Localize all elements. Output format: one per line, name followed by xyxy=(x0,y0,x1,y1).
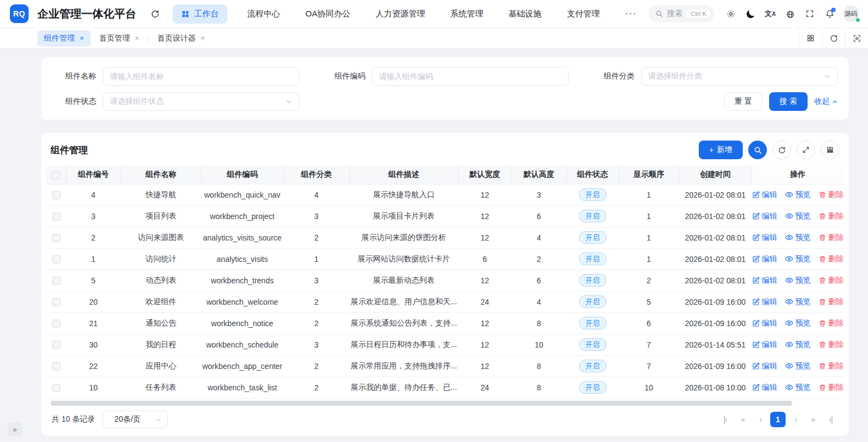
edit-button[interactable]: 编辑 xyxy=(752,361,777,371)
scrollbar-thumb[interactable] xyxy=(51,401,792,406)
row-checkbox[interactable] xyxy=(52,212,60,221)
component-code-input[interactable] xyxy=(372,67,569,86)
cell-id: 21 xyxy=(66,312,121,334)
prev-page-button[interactable]: ‹ xyxy=(753,412,768,427)
cell-height: 6 xyxy=(511,205,566,227)
fullscreen-icon[interactable] xyxy=(801,5,819,23)
select-all-checkbox[interactable] xyxy=(52,171,60,180)
delete-button[interactable]: 删除 xyxy=(819,318,844,328)
dark-mode-icon[interactable] xyxy=(742,5,759,23)
delete-button[interactable]: 删除 xyxy=(819,340,844,350)
delete-button[interactable]: 删除 xyxy=(819,211,844,221)
back-5-pages-button[interactable]: « xyxy=(735,412,750,427)
delete-button[interactable]: 删除 xyxy=(819,383,844,393)
add-button[interactable]: + 新增 xyxy=(699,141,743,159)
gear-icon[interactable] xyxy=(722,5,739,23)
last-page-button[interactable]: ›| xyxy=(823,412,838,427)
close-icon[interactable]: × xyxy=(80,34,84,42)
refresh-icon[interactable] xyxy=(822,28,845,48)
close-icon[interactable]: × xyxy=(135,34,140,42)
tab-component-management[interactable]: 组件管理× xyxy=(37,30,91,47)
edit-icon xyxy=(752,320,760,327)
nav-more-button[interactable]: ··· xyxy=(620,4,643,23)
status-badge: 开启 xyxy=(579,274,607,287)
edit-button[interactable]: 编辑 xyxy=(752,340,777,350)
nav-item-workbench[interactable]: 工作台 xyxy=(173,4,227,24)
close-icon[interactable]: × xyxy=(201,34,205,42)
nav-item-payment[interactable]: 支付管理 xyxy=(561,4,605,24)
nav-item-hr[interactable]: 人力资源管理 xyxy=(370,4,431,24)
edit-button[interactable]: 编辑 xyxy=(752,383,777,393)
preview-button[interactable]: 预览 xyxy=(785,340,811,350)
tab-home-management[interactable]: 首页管理× xyxy=(93,30,146,47)
contract-icon[interactable] xyxy=(845,28,868,48)
table-columns-button[interactable] xyxy=(821,141,839,159)
delete-button[interactable]: 删除 xyxy=(819,276,844,286)
reset-button[interactable]: 重 置 xyxy=(724,92,763,111)
edit-button[interactable]: 编辑 xyxy=(752,190,777,200)
tab-home-designer[interactable]: 首页设计器× xyxy=(151,30,212,47)
cell-category: 2 xyxy=(283,227,349,248)
edit-button[interactable]: 编辑 xyxy=(752,276,777,286)
page-size-select[interactable]: 20条/页 xyxy=(103,411,168,428)
app-logo[interactable]: RQ xyxy=(10,4,29,23)
row-checkbox[interactable] xyxy=(52,362,60,371)
next-page-button[interactable]: › xyxy=(788,412,803,427)
preview-button[interactable]: 预览 xyxy=(785,233,811,243)
forward-5-pages-button[interactable]: » xyxy=(805,412,821,427)
row-checkbox[interactable] xyxy=(52,298,60,306)
component-name-input[interactable] xyxy=(103,67,299,86)
nav-item-infra[interactable]: 基础设施 xyxy=(503,4,547,24)
nav-item-system[interactable]: 系统管理 xyxy=(445,4,489,24)
table-expand-button[interactable] xyxy=(797,141,815,159)
row-checkbox[interactable] xyxy=(52,320,60,328)
reload-icon[interactable] xyxy=(146,5,164,23)
collapse-filter-link[interactable]: 收起 xyxy=(814,97,838,107)
globe-icon[interactable] xyxy=(781,5,799,23)
preview-button[interactable]: 预览 xyxy=(785,297,811,307)
preview-button[interactable]: 预览 xyxy=(785,318,811,328)
preview-button[interactable]: 预览 xyxy=(785,190,811,200)
nav-item-process-center[interactable]: 流程中心 xyxy=(242,4,286,24)
cell-code: workbench_app_center xyxy=(201,355,283,377)
edit-button[interactable]: 编辑 xyxy=(752,233,777,243)
preview-button[interactable]: 预览 xyxy=(785,276,811,286)
current-page[interactable]: 1 xyxy=(770,412,786,427)
global-search[interactable]: 搜索 Ctrl K xyxy=(649,5,714,23)
translate-icon[interactable]: 文A xyxy=(761,5,779,23)
cell-created: 2026-01-14 05:51 xyxy=(679,334,752,355)
delete-button[interactable]: 删除 xyxy=(819,233,844,243)
sidebar-expand-button[interactable]: » xyxy=(8,422,22,437)
row-checkbox[interactable] xyxy=(52,191,60,199)
row-checkbox[interactable] xyxy=(52,234,60,242)
row-checkbox[interactable] xyxy=(52,277,60,285)
edit-button[interactable]: 编辑 xyxy=(752,254,777,264)
delete-button[interactable]: 删除 xyxy=(819,361,844,371)
delete-button[interactable]: 删除 xyxy=(819,297,844,307)
delete-button[interactable]: 删除 xyxy=(819,254,844,264)
edit-button[interactable]: 编辑 xyxy=(752,318,777,328)
component-category-select[interactable]: 请选择组件分类 xyxy=(641,67,838,86)
component-status-select[interactable]: 请选择组件状态 xyxy=(103,92,299,111)
user-avatar[interactable]: 源码 xyxy=(843,5,859,22)
preview-button[interactable]: 预览 xyxy=(785,211,811,221)
table-search-button[interactable] xyxy=(748,141,767,159)
edit-button[interactable]: 编辑 xyxy=(752,297,777,307)
first-page-button[interactable]: |‹ xyxy=(717,412,733,427)
edit-button[interactable]: 编辑 xyxy=(752,211,777,221)
row-checkbox[interactable] xyxy=(52,341,60,349)
preview-button[interactable]: 预览 xyxy=(785,254,811,264)
grid-icon[interactable] xyxy=(799,28,822,48)
main-nav: 工作台 流程中心 OA协同办公 人力资源管理 系统管理 基础设施 支付管理 ··… xyxy=(173,4,644,24)
table-refresh-button[interactable] xyxy=(772,141,791,159)
search-button[interactable]: 搜 索 xyxy=(769,92,808,111)
row-checkbox[interactable] xyxy=(52,255,60,264)
nav-item-oa[interactable]: OA协同办公 xyxy=(300,4,356,24)
preview-button[interactable]: 预览 xyxy=(785,383,811,393)
col-order: 显示顺序 xyxy=(619,166,679,184)
preview-button[interactable]: 预览 xyxy=(785,361,811,371)
cell-category: 3 xyxy=(283,205,349,227)
delete-button[interactable]: 删除 xyxy=(819,190,844,200)
bell-icon[interactable] xyxy=(821,5,838,23)
row-checkbox[interactable] xyxy=(52,384,60,392)
